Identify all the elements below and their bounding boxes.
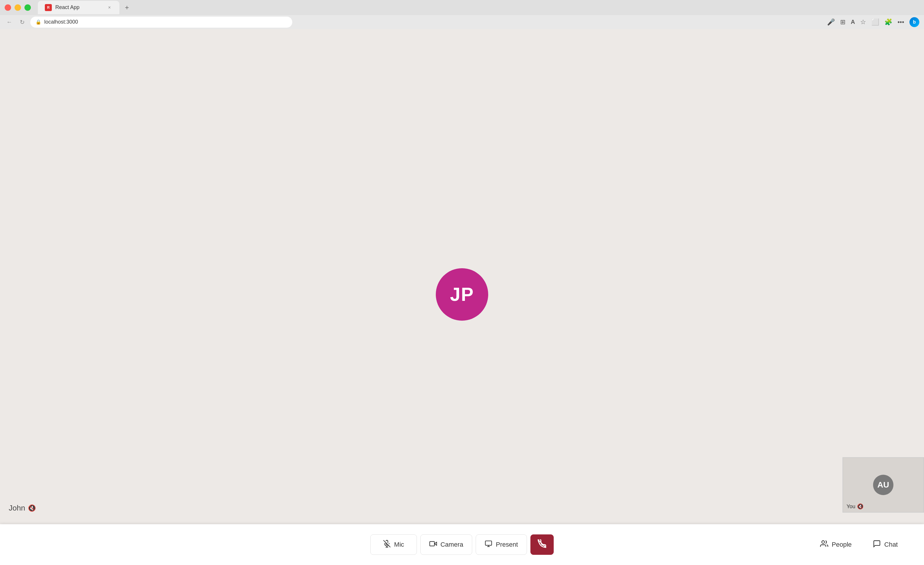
- self-avatar: AU: [873, 475, 893, 495]
- people-label: People: [832, 541, 852, 548]
- self-video-thumbnail: AU You 🔇: [843, 457, 924, 512]
- camera-label: Camera: [441, 541, 463, 548]
- main-participant-avatar: JP: [436, 268, 488, 321]
- grid-icon[interactable]: ⊞: [840, 18, 845, 26]
- toolbar-right: 🎤 ⊞ A ☆ ⬜ 🧩 ••• b: [827, 17, 920, 27]
- address-bar: ← ↻ 🔒 localhost:3000 🎤 ⊞ A ☆ ⬜ 🧩 ••• b: [0, 15, 924, 29]
- svg-marker-3: [434, 542, 436, 545]
- self-label: You 🔇: [847, 503, 864, 510]
- lock-icon: 🔒: [36, 19, 41, 25]
- end-call-icon: [538, 539, 546, 550]
- camera-icon: [429, 540, 437, 550]
- mic-icon: [383, 540, 391, 550]
- mic-button[interactable]: Mic: [370, 534, 417, 555]
- extensions-icon[interactable]: 🧩: [884, 18, 892, 26]
- bing-button[interactable]: b: [909, 17, 920, 27]
- minimize-window-button[interactable]: [15, 5, 21, 11]
- browser-tabs: R React App × +: [0, 0, 924, 15]
- active-tab[interactable]: R React App ×: [38, 1, 119, 14]
- maximize-window-button[interactable]: [24, 5, 31, 11]
- window-controls: [4, 5, 31, 11]
- tab-title: React App: [55, 5, 103, 11]
- new-tab-button[interactable]: +: [122, 2, 132, 13]
- chat-icon: [873, 539, 881, 550]
- present-button[interactable]: Present: [476, 534, 527, 555]
- control-bar: Mic Camera Present: [0, 524, 924, 565]
- people-button[interactable]: People: [812, 534, 861, 555]
- svg-point-9: [822, 541, 825, 544]
- svg-rect-5: [485, 541, 492, 545]
- john-label: John 🔇: [9, 503, 36, 512]
- svg-rect-4: [430, 541, 434, 546]
- browser-chrome: R React App × + ← ↻ 🔒 localhost:3000 🎤 ⊞…: [0, 0, 924, 29]
- present-label: Present: [496, 541, 518, 548]
- more-menu-icon[interactable]: •••: [897, 18, 904, 26]
- url-text: localhost:3000: [44, 19, 78, 25]
- back-button[interactable]: ←: [4, 18, 14, 27]
- john-muted-icon: 🔇: [28, 505, 36, 512]
- chat-label: Chat: [884, 541, 898, 548]
- tab-close-button[interactable]: ×: [106, 5, 112, 11]
- video-call-area: JP John 🔇 AU You 🔇: [0, 29, 924, 565]
- self-muted-icon: 🔇: [857, 503, 864, 510]
- reload-button[interactable]: ↻: [18, 18, 27, 27]
- microphone-icon[interactable]: 🎤: [827, 18, 835, 26]
- tab-favicon: R: [45, 4, 52, 11]
- people-icon: [820, 539, 828, 550]
- chat-button[interactable]: Chat: [864, 534, 906, 555]
- close-window-button[interactable]: [4, 5, 11, 11]
- url-bar[interactable]: 🔒 localhost:3000: [30, 17, 292, 28]
- mic-label: Mic: [394, 541, 404, 548]
- present-icon: [485, 540, 492, 550]
- right-controls: People Chat: [812, 534, 906, 555]
- end-call-button[interactable]: [530, 534, 554, 555]
- split-view-icon[interactable]: ⬜: [871, 18, 879, 26]
- read-mode-icon[interactable]: A: [850, 19, 855, 26]
- camera-button[interactable]: Camera: [420, 534, 472, 555]
- favorites-icon[interactable]: ☆: [860, 18, 866, 26]
